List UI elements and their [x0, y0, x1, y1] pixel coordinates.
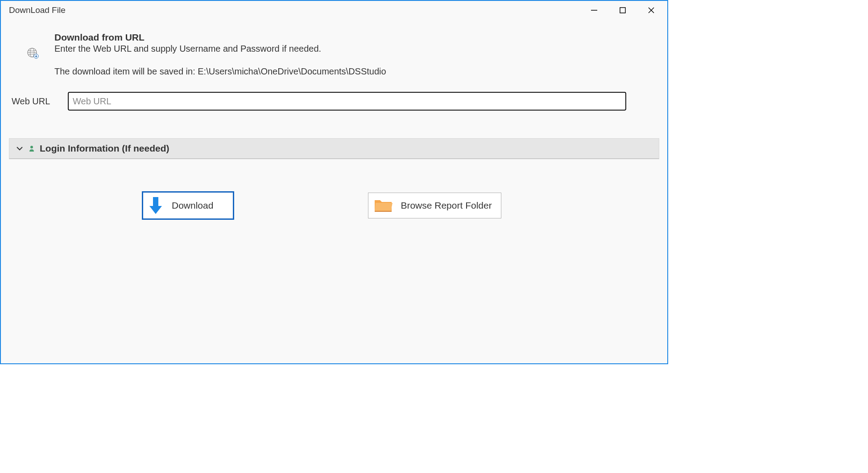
svg-rect-9 [153, 197, 158, 206]
svg-rect-1 [620, 8, 625, 13]
web-url-label: Web URL [12, 96, 68, 107]
header-section: Download from URL Enter the Web URL and … [9, 32, 659, 77]
svg-point-8 [30, 146, 33, 148]
title-bar: DownLoad File [1, 1, 667, 20]
login-info-title: Login Information (If needed) [40, 143, 169, 154]
close-button[interactable] [637, 1, 665, 19]
download-button-label: Download [172, 200, 213, 211]
maximize-icon [619, 6, 627, 14]
button-row: Download Browse Report Folder [9, 191, 659, 220]
url-row: Web URL [9, 92, 659, 111]
header-text: Download from URL Enter the Web URL and … [54, 32, 659, 77]
login-info-expander[interactable]: Login Information (If needed) [9, 138, 659, 159]
web-url-input[interactable] [68, 92, 626, 111]
close-icon [647, 6, 655, 14]
folder-icon [373, 197, 394, 214]
window-controls [580, 1, 665, 19]
person-icon [28, 145, 35, 152]
download-file-window: DownLoad File [0, 0, 668, 364]
download-button[interactable]: Download [142, 191, 234, 220]
chevron-down-icon [16, 145, 24, 152]
section-title: Download from URL [54, 32, 659, 43]
instruction-text: Enter the Web URL and supply Username an… [54, 44, 659, 54]
browse-folder-button-label: Browse Report Folder [401, 200, 492, 211]
download-arrow-icon [148, 196, 164, 215]
minimize-icon [590, 6, 598, 14]
browse-folder-button[interactable]: Browse Report Folder [368, 193, 501, 218]
svg-rect-10 [375, 211, 392, 212]
save-path-text: The download item will be saved in: E:\U… [54, 66, 659, 77]
maximize-button[interactable] [608, 1, 637, 19]
globe-download-icon [27, 47, 39, 61]
content-area: Download from URL Enter the Web URL and … [1, 20, 667, 220]
minimize-button[interactable] [580, 1, 608, 19]
window-title: DownLoad File [9, 5, 66, 15]
